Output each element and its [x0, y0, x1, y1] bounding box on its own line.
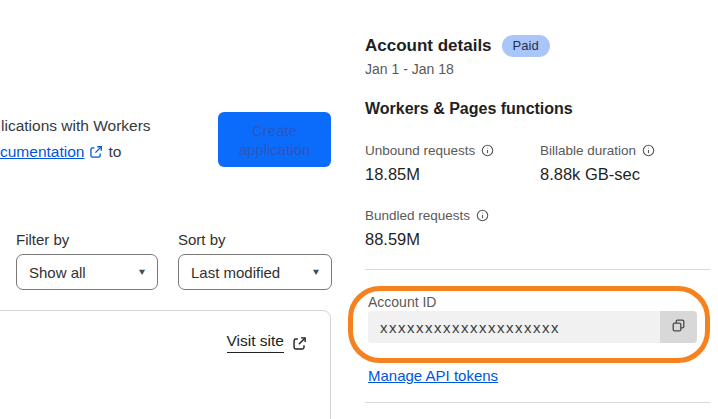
filter-by-label: Filter by	[16, 231, 69, 248]
account-id-label: Account ID	[368, 294, 436, 310]
sort-by-select[interactable]: Last modified ▾	[178, 254, 332, 290]
account-id-input[interactable]	[368, 311, 660, 343]
project-card: Visit site	[0, 310, 331, 419]
metric-billable-duration: Billable duration 8.88k GB-sec	[540, 143, 655, 184]
create-application-button[interactable]: Create application	[218, 112, 331, 167]
account-id-field-group	[368, 311, 697, 343]
intro-text-line2: cumentation to	[0, 143, 121, 161]
divider	[365, 269, 710, 270]
external-link-icon	[89, 145, 103, 159]
filter-by-select[interactable]: Show all ▾	[16, 254, 158, 290]
documentation-link[interactable]: cumentation	[0, 143, 84, 161]
metric-label: Unbound requests	[365, 143, 475, 158]
plan-badge: Paid	[502, 35, 550, 57]
divider	[365, 402, 710, 403]
intro-text-suffix: to	[108, 143, 121, 161]
visit-site-label: Visit site	[227, 332, 284, 353]
account-details-title: Account details	[365, 36, 492, 56]
metric-bundled-requests: Bundled requests 88.59M	[365, 208, 489, 249]
chevron-down-icon: ▾	[139, 266, 145, 278]
metric-unbound-requests: Unbound requests 18.85M	[365, 143, 494, 184]
info-icon[interactable]	[481, 144, 494, 157]
metric-value: 18.85M	[365, 165, 494, 184]
metric-value: 88.59M	[365, 230, 489, 249]
chevron-down-icon: ▾	[313, 266, 319, 278]
metric-label: Bundled requests	[365, 208, 470, 223]
copy-button[interactable]	[660, 311, 697, 343]
sort-by-label: Sort by	[178, 231, 226, 248]
sort-by-value: Last modified	[191, 264, 280, 281]
info-icon[interactable]	[642, 144, 655, 157]
section-title: Workers & Pages functions	[365, 100, 573, 118]
intro-text-line1: lications with Workers	[1, 117, 151, 135]
account-details-header: Account details Paid	[365, 35, 550, 57]
create-application-label: Create application	[239, 122, 311, 158]
manage-api-tokens-link[interactable]: Manage API tokens	[368, 367, 498, 384]
filter-by-value: Show all	[29, 264, 86, 281]
visit-site-link[interactable]: Visit site	[227, 332, 306, 353]
metric-label: Billable duration	[540, 143, 636, 158]
workers-pages-dashboard: lications with Workers cumentation to Cr…	[0, 0, 718, 419]
external-link-icon	[292, 336, 306, 350]
info-icon[interactable]	[476, 209, 489, 222]
metric-value: 8.88k GB-sec	[540, 165, 655, 184]
date-range: Jan 1 - Jan 18	[365, 61, 454, 77]
copy-icon	[670, 317, 687, 337]
